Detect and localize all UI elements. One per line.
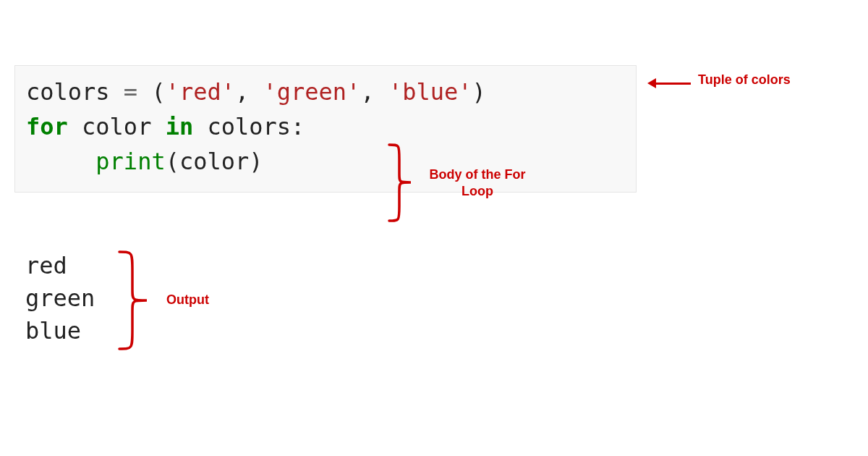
code-token: ( (166, 148, 179, 175)
code-token: 'blue' (388, 78, 472, 106)
code-token: colors (207, 113, 291, 140)
output-line: red (25, 250, 95, 282)
code-token: ) (472, 78, 486, 106)
code-token: for (26, 113, 68, 140)
code-token: 'green' (263, 78, 361, 106)
code-token: : (291, 113, 305, 140)
code-token: color (82, 113, 151, 140)
code-token: colors (26, 78, 110, 106)
code-token: 'red' (166, 78, 235, 106)
code-token: in (166, 113, 194, 140)
code-token (110, 78, 124, 106)
code-token (193, 113, 207, 140)
code-block: colors = ('red', 'green', 'blue') for co… (14, 65, 637, 193)
code-token (68, 113, 82, 140)
annotation-output: Output (166, 292, 209, 308)
output-line: blue (25, 315, 95, 347)
code-line-3: for color in colors: (26, 109, 625, 144)
code-token (151, 113, 165, 140)
code-token: print (95, 148, 165, 175)
code-token (26, 148, 95, 175)
annotation-tuple: Tuple of colors (698, 72, 791, 88)
brace-icon (112, 246, 156, 355)
code-token: = (124, 78, 137, 106)
output-line: green (25, 282, 95, 315)
code-token: , (235, 78, 263, 106)
annotation-body: Body of the For Loop (420, 166, 535, 200)
code-token: ) (249, 148, 263, 175)
brace-icon (383, 141, 420, 224)
code-token: , (360, 78, 388, 106)
code-token: color (179, 148, 249, 175)
output-block: red green blue (25, 250, 95, 347)
arrow-icon (647, 78, 691, 88)
code-token: ( (137, 78, 166, 106)
code-line-1: colors = ('red', 'green', 'blue') (26, 75, 625, 109)
